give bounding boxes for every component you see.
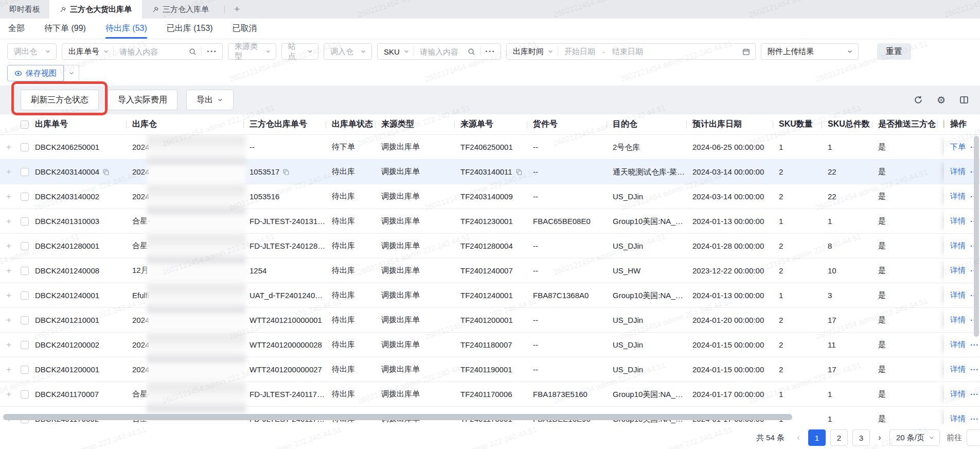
status-tab-pending-order[interactable]: 待下单 (99) [44,19,86,39]
copy-icon[interactable] [515,168,523,176]
chevron-down-icon [103,48,109,55]
tab-inbound-orders[interactable]: 三方仓入库单 [142,0,219,19]
cell-dest: US_DJin [607,184,686,209]
date-range-picker[interactable]: 开始日期 - 结束日期 [558,47,755,57]
cell-tp_no: FD-JLTEST-240128-00... [243,234,326,258]
tab-dashboard[interactable]: 即时看板 [0,0,49,19]
page-button-3[interactable]: 3 [852,429,870,446]
sku-input[interactable] [414,47,462,56]
expand-row-button[interactable]: + [6,389,11,400]
reset-button[interactable]: 重置 [877,43,911,60]
expand-row-button[interactable]: + [6,266,11,276]
cell-date: 2024-01-28 00:00:00 [686,234,773,258]
status-tab-pending-outbound[interactable]: 待出库 (53) [105,19,147,39]
row-checkbox[interactable] [21,291,29,300]
next-page-button[interactable]: › [875,433,885,442]
row-action-link[interactable]: 下单 [950,142,966,152]
column-settings-icon[interactable] [959,95,969,105]
row-more-actions-button[interactable]: ··· [970,340,979,349]
horizontal-scrollbar[interactable] [3,414,792,420]
row-action-link[interactable]: 详情 [950,216,966,226]
expand-row-button[interactable]: + [6,192,11,202]
cell-dest: US_DJin [607,308,686,332]
row-action-link[interactable]: 详情 [950,266,966,275]
copy-icon[interactable] [102,168,110,176]
search-icon[interactable] [184,48,201,56]
status-tab-all[interactable]: 全部 [8,19,25,39]
sku-field-select[interactable]: SKU [378,47,414,56]
row-action-link[interactable]: 详情 [950,414,966,424]
row-checkbox[interactable] [21,143,29,151]
refresh-third-party-status-button[interactable]: 刷新三方仓状态 [21,90,99,110]
more-search-options-button[interactable]: ··· [480,46,501,57]
select-all-checkbox[interactable] [21,120,29,129]
cell-date: 2023-12-22 00:00:00 [686,258,773,283]
cell-source_type: 调拨出库单 [375,160,454,184]
row-checkbox[interactable] [21,168,29,176]
filter-attachment-result-select[interactable]: 附件上传结果 [761,43,859,60]
expand-row-button[interactable]: + [6,340,11,350]
export-button[interactable]: 导出 [186,90,234,110]
row-more-actions-button[interactable]: ··· [970,365,979,374]
expand-row-button[interactable]: + [6,216,11,227]
cell-date: 2024-01-15 00:00:00 [686,333,773,357]
row-expand-cell: + [0,160,15,184]
row-checkbox[interactable] [21,217,29,226]
filter-source-type-select[interactable]: 来源类型 [228,43,276,60]
expand-row-button[interactable]: + [6,167,11,177]
row-more-actions-button[interactable]: ··· [970,415,979,423]
goto-page-input[interactable] [967,429,980,446]
expand-row-button[interactable]: + [6,142,11,152]
add-tab-button[interactable]: + [230,0,244,19]
page-size-select[interactable]: 20 条/页 [889,429,940,446]
time-field-select[interactable]: 出库时间 [507,47,558,57]
row-action-link[interactable]: 详情 [950,192,966,201]
save-view-button[interactable]: 保存视图 [7,65,64,81]
row-action-link[interactable]: 详情 [950,389,966,399]
import-actual-cost-button[interactable]: 导入实际费用 [108,90,177,110]
page-button-1[interactable]: 1 [808,429,826,446]
filter-site-select[interactable]: 站点 [281,43,318,60]
vertical-scrollbar[interactable] [974,136,979,337]
status-tab-cancelled[interactable]: 已取消 [233,19,257,39]
row-checkbox[interactable] [21,267,29,275]
row-checkbox[interactable] [21,316,29,324]
copy-icon[interactable] [282,168,290,176]
header-source_no: 来源单号 [454,114,527,134]
row-more-actions-button[interactable]: ··· [970,390,979,399]
row-action-link[interactable]: 详情 [950,365,966,374]
expand-row-button[interactable]: + [6,365,11,375]
search-icon[interactable] [463,48,480,56]
save-view-dropdown-button[interactable] [64,65,79,81]
tab-outbound-orders[interactable]: 三方仓大货出库单 [49,0,142,19]
gear-icon[interactable]: ⚙ [937,94,946,106]
row-action-link[interactable]: 详情 [950,167,966,177]
order-no-field-select[interactable]: 出库单号 [62,47,113,57]
row-checkbox[interactable] [21,366,29,374]
status-tab-outbound-done[interactable]: 已出库 (153) [167,19,213,39]
filter-warehouse-out-select[interactable]: 调出仓 [7,43,57,60]
row-action-link[interactable]: 详情 [950,340,966,350]
order-no-input[interactable] [114,47,185,56]
refresh-icon[interactable] [914,95,923,105]
row-action-link[interactable]: 详情 [950,315,966,325]
filter-warehouse-in-select[interactable]: 调入仓 [324,43,372,60]
expand-row-button[interactable]: + [6,315,11,325]
prev-page-button[interactable]: ‹ [793,433,804,442]
row-checkbox[interactable] [21,390,29,399]
row-checkbox[interactable] [21,193,29,201]
status-tabs: 全部待下单 (99)待出库 (53)已出库 (153)已取消 [0,19,980,39]
cell-cargo_no: -- [527,308,607,332]
filter-sku-group: SKU ··· [377,43,501,60]
expand-row-button[interactable]: + [6,290,11,301]
row-checkbox[interactable] [21,242,29,250]
expand-row-button[interactable]: + [6,241,11,251]
header-pushed: 是否推送三方仓 [872,114,937,134]
more-search-options-button[interactable]: ··· [202,46,222,57]
row-action-link[interactable]: 详情 [950,241,966,251]
row-checkbox[interactable] [21,341,29,349]
content-area: 刷新三方仓状态 导入实际费用 导出 ⚙ 出库单号出库仓三方仓出库单号出库单状态来… [0,85,980,449]
cell-attach: 无 [937,258,944,283]
page-button-2[interactable]: 2 [830,429,848,446]
row-action-link[interactable]: 详情 [950,290,966,300]
